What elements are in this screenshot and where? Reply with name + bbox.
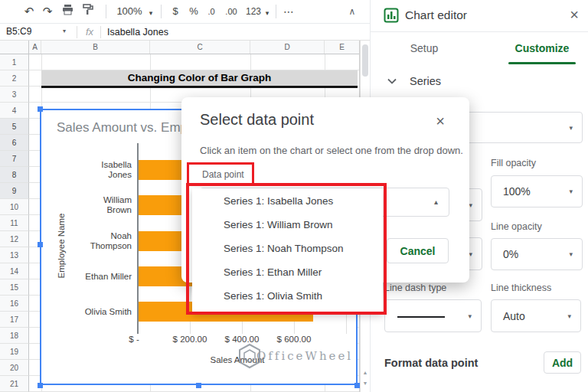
scrollbar-thumb[interactable] [362, 44, 368, 77]
toolbar: ↶ ↷ 100% ▾ $ % .0 .00 123 ▾ ⋯ ∧ [0, 0, 370, 23]
category-label: IsabellaJones [55, 160, 132, 180]
row-header-16[interactable]: 16 [0, 296, 29, 312]
line-opacity-label: Line opacity [491, 221, 542, 232]
caret-down-icon: ▾ [567, 312, 571, 320]
row-header-14[interactable]: 14 [0, 263, 29, 279]
format-currency-button[interactable]: $ [168, 4, 182, 19]
panel-close-icon[interactable]: × [570, 6, 579, 24]
increase-decimal-button[interactable]: .00 [222, 4, 240, 19]
menu-option[interactable]: Series 1: Noah Thompson [192, 237, 383, 260]
column-headers: ABCDE [29, 41, 360, 54]
category-label-line: Jones [108, 170, 132, 180]
row-header-9[interactable]: 9 [0, 183, 29, 199]
select-all-corner[interactable] [0, 41, 29, 54]
selection-handle[interactable] [38, 383, 43, 388]
column-header-C[interactable]: C [150, 41, 250, 54]
dialog-description: Click an item on the chart or select one… [200, 145, 463, 156]
toolbar-separator [106, 5, 106, 18]
row-header-19[interactable]: 19 [0, 344, 29, 360]
collapse-toolbar-icon[interactable]: ∧ [345, 4, 360, 19]
scroll-up-icon[interactable]: ▲ [361, 370, 370, 375]
chart-editor-icon [384, 8, 399, 23]
selection-handle[interactable] [354, 383, 360, 388]
line-dash-type-select[interactable]: ▾ [384, 299, 482, 332]
toolbar-separator [161, 5, 162, 18]
menu-option[interactable]: Series 1: William Brown [192, 213, 383, 237]
selection-handle[interactable] [38, 106, 43, 112]
menu-option[interactable]: Series 1: Ethan Miller [192, 260, 383, 284]
active-tab-underline [508, 62, 576, 64]
row-header-10[interactable]: 10 [0, 199, 29, 215]
column-header-E[interactable]: E [325, 41, 360, 54]
data-point-label: Data point [202, 169, 244, 180]
tab-setup[interactable]: Setup [397, 42, 452, 54]
format-percent-button[interactable]: % [187, 4, 201, 19]
name-box[interactable]: B5:C9 [6, 26, 31, 37]
formula-input[interactable]: Isabella Jones [107, 27, 168, 38]
row-header-12[interactable]: 12 [0, 231, 29, 247]
row-header-17[interactable]: 17 [0, 312, 29, 328]
row-header-18[interactable]: 18 [0, 328, 29, 344]
row-header-5[interactable]: 5 [0, 119, 29, 135]
category-label-line: Brown [106, 205, 132, 215]
panel-title: Chart editor [405, 8, 467, 22]
cancel-button[interactable]: Cancel [387, 238, 449, 263]
row-header-1[interactable]: 1 [0, 54, 29, 70]
row-header-11[interactable]: 11 [0, 215, 29, 231]
row-header-15[interactable]: 15 [0, 279, 29, 296]
dialog-title: Select data point [200, 111, 314, 129]
divider [77, 26, 77, 38]
row-header-6[interactable]: 6 [0, 135, 29, 151]
row-header-7[interactable]: 7 [0, 151, 29, 167]
line-dash-type-label: Line dash type [384, 283, 446, 293]
section-series-label: Series [410, 75, 441, 87]
scroll-down-icon[interactable]: ▼ [361, 381, 370, 386]
selection-handle[interactable] [196, 383, 201, 388]
fill-opacity-value: 100% [503, 185, 531, 198]
caret-down-icon: ▾ [468, 312, 472, 320]
menu-option[interactable]: Series 1: Olivia Smith [192, 284, 383, 308]
row-header-13[interactable]: 13 [0, 247, 29, 263]
paint-format-icon[interactable] [80, 4, 95, 19]
toolbar-separator [276, 5, 276, 18]
undo-icon[interactable]: ↶ [21, 4, 37, 19]
redo-icon[interactable]: ↷ [40, 4, 55, 19]
row-header-4[interactable]: 4 [0, 103, 29, 119]
number-format-caret-icon: ▾ [263, 5, 271, 21]
row-header-20[interactable]: 20 [0, 360, 29, 376]
row-header-8[interactable]: 8 [0, 167, 29, 183]
dialog-close-icon[interactable]: × [436, 113, 445, 130]
sheet-title-cell[interactable]: Changing Color of Bar Graph [41, 70, 358, 88]
caret-down-icon: ▾ [569, 250, 573, 258]
category-label: WilliamBrown [55, 195, 132, 215]
zoom-select[interactable]: 100% [113, 4, 145, 19]
print-icon[interactable] [60, 4, 75, 19]
row-header-3[interactable]: 3 [0, 87, 29, 103]
category-label: Olivia Smith [55, 302, 132, 322]
zoom-caret-icon: ▾ [147, 5, 155, 21]
column-header-B[interactable]: B [41, 41, 150, 54]
add-button[interactable]: Add [544, 351, 581, 374]
category-label: NoahThompson [55, 231, 132, 251]
row-header-2[interactable]: 2 [0, 70, 29, 87]
selection-handle[interactable] [38, 242, 43, 247]
chevron-down-icon [387, 78, 397, 84]
menu-option[interactable]: Series 1: Isabella Jones [192, 189, 383, 213]
tab-customize[interactable]: Customize [508, 42, 576, 54]
divider [100, 26, 101, 38]
fill-opacity-select[interactable]: 100% ▾ [491, 175, 583, 207]
category-label-line: Noah [111, 231, 132, 241]
category-label-line: Olivia Smith [85, 307, 132, 317]
row-header-21[interactable]: 21 [0, 376, 29, 392]
line-opacity-select[interactable]: 0% ▾ [491, 238, 583, 270]
number-format-button[interactable]: 123 [243, 4, 263, 19]
decrease-decimal-button[interactable]: .0 [204, 4, 219, 19]
column-header-D[interactable]: D [250, 41, 325, 54]
more-toolbar-button[interactable]: ⋯ [280, 4, 297, 19]
section-series[interactable]: Series [387, 75, 441, 87]
name-box-caret-icon[interactable]: ▾ [63, 28, 66, 34]
line-thickness-select[interactable]: Auto ▾ [491, 299, 581, 332]
category-label-line: Isabella [101, 160, 132, 170]
column-header-A[interactable]: A [29, 41, 41, 54]
fx-icon: fx [86, 26, 93, 38]
